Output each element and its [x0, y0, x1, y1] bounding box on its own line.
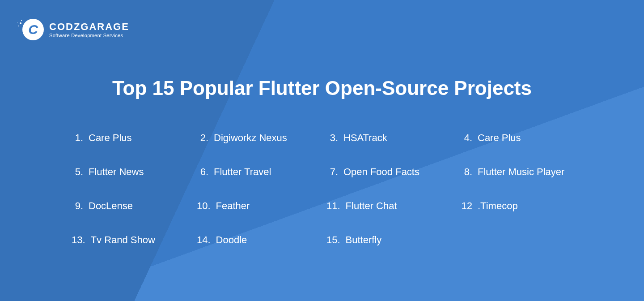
- item-number: 10.: [197, 200, 216, 212]
- logo-letter: C: [28, 22, 38, 37]
- item-number: 15.: [326, 234, 346, 246]
- item-name: DocLense: [89, 200, 133, 212]
- item-name: Butterfly: [346, 234, 382, 246]
- item-name: Flutter Chat: [346, 200, 397, 212]
- list-item: 12 .Timecop: [461, 200, 590, 212]
- logo-text-block: CODZGARAGE Software Development Services: [49, 21, 129, 38]
- page-title: Top 15 Popular Flutter Open-Source Proje…: [0, 77, 644, 99]
- logo-icon: C: [22, 19, 44, 40]
- item-number: 11.: [326, 200, 346, 212]
- list-item: 8. Flutter Music Player: [461, 166, 590, 178]
- item-name: Feather: [216, 200, 250, 212]
- item-number: 1.: [72, 132, 89, 144]
- brand-name: CODZGARAGE: [49, 21, 129, 33]
- item-name: Digiworkz Nexus: [214, 132, 287, 144]
- item-number: 5.: [72, 166, 89, 178]
- list-item: 5. Flutter News: [72, 166, 197, 178]
- list-item: 14. Doodle: [197, 234, 326, 246]
- list-item: 10. Feather: [197, 200, 326, 212]
- item-name: Care Plus: [89, 132, 132, 144]
- list-item: 15. Butterfly: [326, 234, 461, 246]
- brand-logo: C CODZGARAGE Software Development Servic…: [22, 19, 129, 40]
- item-number: 2.: [197, 132, 214, 144]
- item-number: 3.: [326, 132, 343, 144]
- item-name: Care Plus: [478, 132, 521, 144]
- item-number: 7.: [326, 166, 343, 178]
- item-name: Flutter Travel: [214, 166, 271, 178]
- item-name: Flutter News: [89, 166, 144, 178]
- brand-tagline: Software Development Services: [49, 33, 129, 38]
- list-item: 3. HSATrack: [326, 132, 461, 144]
- item-number: 6.: [197, 166, 214, 178]
- item-name: Open Food Facts: [343, 166, 419, 178]
- item-name: Tv Rand Show: [91, 234, 155, 246]
- list-item: 6. Flutter Travel: [197, 166, 326, 178]
- item-number: 9.: [72, 200, 89, 212]
- list-item: 13. Tv Rand Show: [72, 234, 197, 246]
- item-number: 14.: [197, 234, 216, 246]
- item-name: .Timecop: [478, 200, 518, 212]
- list-item: 11. Flutter Chat: [326, 200, 461, 212]
- list-item: 2. Digiworkz Nexus: [197, 132, 326, 144]
- list-item: 7. Open Food Facts: [326, 166, 461, 178]
- list-item: 1. Care Plus: [72, 132, 197, 144]
- item-number: 13.: [72, 234, 91, 246]
- item-name: Flutter Music Player: [478, 166, 564, 178]
- item-number: 4.: [461, 132, 478, 144]
- item-name: HSATrack: [343, 132, 387, 144]
- projects-list: 1. Care Plus 2. Digiworkz Nexus 3. HSATr…: [72, 132, 590, 246]
- item-name: Doodle: [216, 234, 247, 246]
- list-item: 4. Care Plus: [461, 132, 590, 144]
- item-number: 8.: [461, 166, 478, 178]
- item-number: 12: [461, 200, 478, 212]
- list-item: 9. DocLense: [72, 200, 197, 212]
